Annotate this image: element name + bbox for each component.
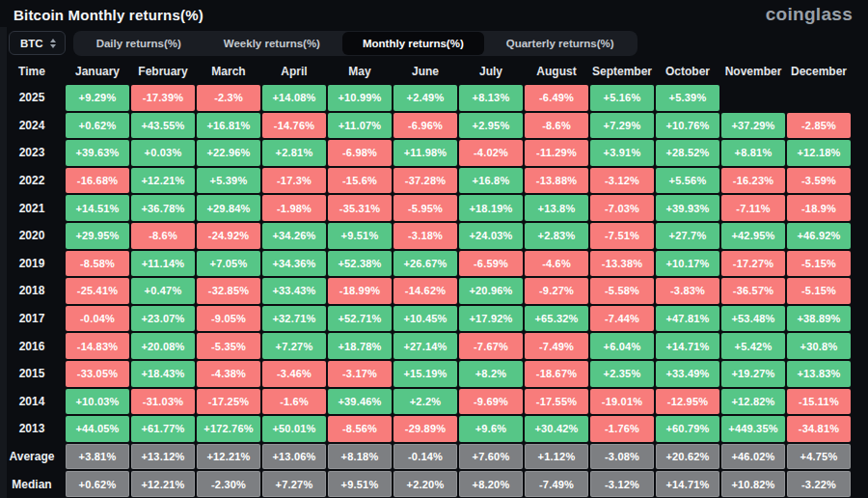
return-cell: +6.04%	[590, 333, 654, 359]
return-cell: -7.67%	[459, 333, 523, 359]
return-cell: -4.02%	[459, 140, 523, 166]
return-cell: +15.19%	[393, 361, 457, 387]
return-cell: +13.8%	[525, 195, 588, 221]
return-cell: +20.62%	[656, 444, 719, 470]
return-cell: -5.95%	[393, 195, 457, 221]
return-cell: -17.25%	[197, 389, 260, 415]
row-label: 2024	[0, 113, 64, 139]
row-label: 2019	[0, 251, 64, 277]
return-cell: -1.98%	[262, 195, 326, 221]
column-header-month: November	[721, 65, 785, 78]
return-cell: +8.18%	[328, 444, 392, 470]
return-cell: +2.20%	[393, 471, 457, 497]
return-cell: +9.6%	[459, 416, 523, 442]
return-cell: -16.68%	[66, 168, 129, 194]
return-cell: -24.92%	[197, 223, 260, 249]
coin-selector-label: BTC	[20, 38, 43, 49]
column-header-month: May	[328, 65, 392, 78]
return-cell: +52.71%	[328, 306, 392, 332]
return-cell: -3.18%	[393, 223, 457, 249]
return-cell: +27.14%	[393, 333, 457, 359]
return-cell: -25.41%	[66, 278, 129, 304]
return-cell: +2.35%	[590, 361, 654, 387]
return-cell: +5.16%	[590, 85, 654, 111]
return-cell: -15.6%	[328, 168, 392, 194]
row-label: 2025	[0, 85, 64, 111]
return-cell: -13.88%	[525, 168, 588, 194]
return-cell: +24.03%	[459, 223, 523, 249]
tab-weekly-returns[interactable]: Weekly returns(%)	[203, 33, 340, 54]
return-cell: +8.13%	[459, 85, 523, 111]
return-cell: +43.55%	[131, 113, 195, 139]
return-cell: -32.85%	[197, 278, 260, 304]
return-cell: -33.05%	[66, 361, 129, 387]
column-header-month: August	[525, 65, 588, 78]
return-cell: -14.62%	[393, 278, 457, 304]
return-cell: +14.71%	[656, 333, 719, 359]
return-cell: +60.79%	[656, 416, 719, 442]
column-header-month: December	[787, 65, 851, 78]
return-cell: -8.58%	[66, 251, 129, 277]
return-cell: +2.83%	[525, 223, 588, 249]
coinglass-returns-page: Bitcoin Monthly returns(%) coinglass BTC…	[0, 0, 868, 498]
coin-selector[interactable]: BTC	[9, 31, 66, 55]
column-header-month: April	[262, 65, 326, 78]
return-cell: +172.76%	[197, 416, 260, 442]
return-cell: +14.51%	[66, 195, 129, 221]
return-cell: +30.42%	[525, 416, 588, 442]
return-cell: +65.32%	[525, 306, 588, 332]
return-cell: +12.21%	[131, 471, 195, 497]
return-cell: -14.83%	[66, 333, 129, 359]
return-cell: +449.35%	[721, 416, 785, 442]
tab-quarterly-returns[interactable]: Quarterly returns(%)	[486, 33, 635, 54]
return-cell: +14.71%	[656, 471, 719, 497]
return-cell: +12.21%	[131, 168, 195, 194]
return-cell: -18.99%	[328, 278, 392, 304]
return-cell: +7.29%	[590, 113, 654, 139]
return-cell: +2.95%	[459, 113, 523, 139]
return-cell: +37.29%	[721, 113, 785, 139]
row-label: 2023	[0, 140, 64, 166]
return-cell: +16.8%	[459, 168, 523, 194]
return-cell: +5.42%	[721, 333, 785, 359]
return-cell: -4.6%	[525, 251, 588, 277]
return-cell: +14.08%	[262, 85, 326, 111]
returns-table: 2025+9.29%-17.39%-2.3%+14.08%+10.99%+2.4…	[0, 85, 851, 497]
return-cell: +50.01%	[262, 416, 326, 442]
column-header-month: June	[393, 65, 457, 78]
return-cell: +10.03%	[66, 389, 129, 415]
return-cell: +7.27%	[262, 333, 326, 359]
row-label: 2022	[0, 168, 64, 194]
return-cell: +5.39%	[197, 168, 260, 194]
row-label: 2021	[0, 195, 64, 221]
row-label: 2016	[0, 333, 64, 359]
coinglass-logo[interactable]: coinglass	[766, 4, 853, 25]
return-cell: +30.8%	[787, 333, 851, 359]
return-cell: -17.39%	[131, 85, 195, 111]
return-cell: +13.12%	[131, 444, 195, 470]
return-cell: +34.26%	[262, 223, 326, 249]
return-cell: +11.07%	[328, 113, 392, 139]
return-cell: +10.82%	[721, 471, 785, 497]
tab-monthly-returns[interactable]: Monthly returns(%)	[342, 32, 484, 55]
return-cell: +1.12%	[525, 444, 588, 470]
return-cell: +8.20%	[459, 471, 523, 497]
return-cell: +13.83%	[787, 361, 851, 387]
row-label: Median	[0, 471, 64, 497]
return-cell: -7.51%	[590, 223, 654, 249]
return-cell: -9.27%	[525, 278, 588, 304]
return-cell: +11.98%	[393, 140, 457, 166]
row-label: 2018	[0, 278, 64, 304]
return-cell: +61.77%	[131, 416, 195, 442]
tab-daily-returns[interactable]: Daily returns(%)	[76, 33, 202, 54]
return-cell: -1.6%	[262, 389, 326, 415]
return-cell: +18.43%	[131, 361, 195, 387]
column-header-month: March	[197, 65, 260, 78]
return-cell: +33.43%	[262, 278, 326, 304]
return-cell: -3.08%	[590, 444, 654, 470]
return-cell: +44.05%	[66, 416, 129, 442]
return-cell: -3.12%	[590, 471, 654, 497]
row-label: 2013	[0, 416, 64, 442]
return-cell: +19.27%	[721, 361, 785, 387]
return-cell: +10.76%	[656, 113, 719, 139]
